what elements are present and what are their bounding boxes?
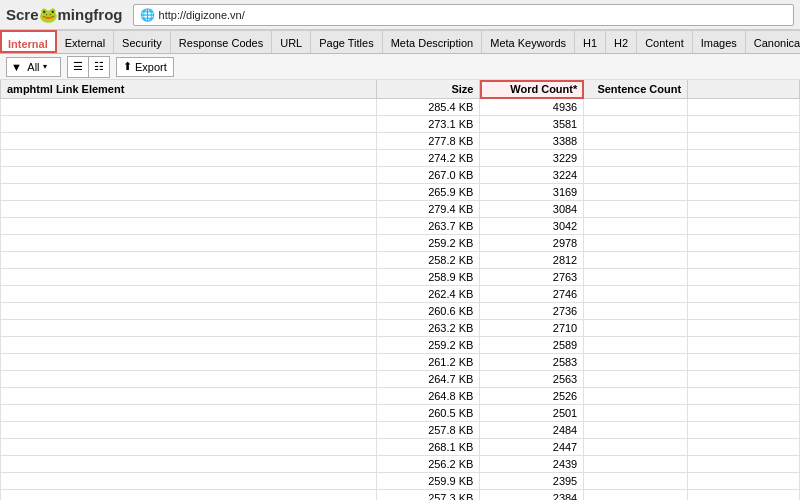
tab-canonicals[interactable]: Canonicals: [746, 30, 800, 53]
cell-word-count: 2484: [480, 422, 584, 439]
export-label: Export: [135, 61, 167, 73]
table-body: 285.4 KB 4936 273.1 KB 3581 277.8 KB 338…: [1, 99, 800, 501]
table-row: 258.9 KB 2763: [1, 269, 800, 286]
cell-word-count: 3169: [480, 184, 584, 201]
tab-h2[interactable]: H2: [606, 30, 637, 53]
cell-word-count: 2589: [480, 337, 584, 354]
cell-size: 273.1 KB: [376, 116, 480, 133]
cell-word-count: 3084: [480, 201, 584, 218]
cell-link: [1, 490, 377, 501]
list-view-button[interactable]: ☰: [68, 57, 89, 77]
filter-icon: ▼: [11, 61, 24, 73]
col-header-word-count[interactable]: Word Count*: [480, 80, 584, 99]
table-row: 256.2 KB 2439: [1, 456, 800, 473]
globe-icon: 🌐: [140, 8, 155, 22]
table-row: 264.7 KB 2563: [1, 371, 800, 388]
tab-response-codes[interactable]: Response Codes: [171, 30, 272, 53]
table-row: 257.3 KB 2384: [1, 490, 800, 501]
cell-word-count: 3224: [480, 167, 584, 184]
cell-extra: [688, 218, 800, 235]
cell-word-count: 2501: [480, 405, 584, 422]
grid-view-button[interactable]: ☷: [89, 57, 109, 77]
cell-link: [1, 99, 377, 116]
tab-external[interactable]: External: [57, 30, 114, 53]
cell-size: 277.8 KB: [376, 133, 480, 150]
cell-link: [1, 218, 377, 235]
cell-size: 256.2 KB: [376, 456, 480, 473]
data-table: amphtml Link Element Size Word Count* Se…: [0, 80, 800, 500]
cell-sentence-count: [584, 235, 688, 252]
cell-word-count: 3581: [480, 116, 584, 133]
col-header-sentence-count[interactable]: Sentence Count: [584, 80, 688, 99]
tab-meta-description[interactable]: Meta Description: [383, 30, 483, 53]
cell-sentence-count: [584, 320, 688, 337]
cell-link: [1, 473, 377, 490]
cell-extra: [688, 473, 800, 490]
cell-size: 267.0 KB: [376, 167, 480, 184]
cell-link: [1, 252, 377, 269]
table-row: 259.2 KB 2978: [1, 235, 800, 252]
cell-size: 258.2 KB: [376, 252, 480, 269]
cell-extra: [688, 303, 800, 320]
table-row: 259.2 KB 2589: [1, 337, 800, 354]
filter-dropdown[interactable]: ▼ All ▾: [6, 57, 61, 77]
table-row: 260.5 KB 2501: [1, 405, 800, 422]
tab-images[interactable]: Images: [693, 30, 746, 53]
cell-link: [1, 184, 377, 201]
cell-sentence-count: [584, 252, 688, 269]
toolbar: ▼ All ▾ ☰ ☷ ⬆ Export: [0, 54, 800, 80]
cell-link: [1, 286, 377, 303]
cell-extra: [688, 439, 800, 456]
col-header-link[interactable]: amphtml Link Element: [1, 80, 377, 99]
table-row: 274.2 KB 3229: [1, 150, 800, 167]
nav-tabs: Internal External Security Response Code…: [0, 30, 800, 54]
cell-size: 262.4 KB: [376, 286, 480, 303]
dropdown-arrow: ▾: [43, 62, 56, 71]
cell-extra: [688, 371, 800, 388]
cell-word-count: 4936: [480, 99, 584, 116]
table-row: 262.4 KB 2746: [1, 286, 800, 303]
tab-content[interactable]: Content: [637, 30, 693, 53]
app-header: Scre 🐸 mingfrog 🌐: [0, 0, 800, 30]
export-button[interactable]: ⬆ Export: [116, 57, 174, 77]
cell-extra: [688, 184, 800, 201]
cell-link: [1, 337, 377, 354]
tab-security[interactable]: Security: [114, 30, 171, 53]
cell-size: 268.1 KB: [376, 439, 480, 456]
cell-size: 259.9 KB: [376, 473, 480, 490]
cell-link: [1, 388, 377, 405]
cell-link: [1, 235, 377, 252]
table-row: 258.2 KB 2812: [1, 252, 800, 269]
col-header-size[interactable]: Size: [376, 80, 480, 99]
cell-size: 264.7 KB: [376, 371, 480, 388]
table-row: 268.1 KB 2447: [1, 439, 800, 456]
app-logo: Scre 🐸 mingfrog: [6, 6, 123, 24]
tab-url[interactable]: URL: [272, 30, 311, 53]
cell-extra: [688, 167, 800, 184]
url-input[interactable]: [159, 9, 787, 21]
cell-word-count: 2812: [480, 252, 584, 269]
table-row: 279.4 KB 3084: [1, 201, 800, 218]
cell-word-count: 2763: [480, 269, 584, 286]
table-row: 257.8 KB 2484: [1, 422, 800, 439]
cell-extra: [688, 490, 800, 501]
tab-meta-keywords[interactable]: Meta Keywords: [482, 30, 575, 53]
cell-extra: [688, 235, 800, 252]
table-row: 277.8 KB 3388: [1, 133, 800, 150]
url-bar[interactable]: 🌐: [133, 4, 794, 26]
logo-text: Scre: [6, 6, 39, 23]
frog-icon: 🐸: [39, 6, 58, 24]
cell-extra: [688, 456, 800, 473]
cell-sentence-count: [584, 303, 688, 320]
table-row: 263.2 KB 2710: [1, 320, 800, 337]
cell-word-count: 2384: [480, 490, 584, 501]
cell-link: [1, 303, 377, 320]
cell-sentence-count: [584, 337, 688, 354]
cell-link: [1, 456, 377, 473]
tab-internal[interactable]: Internal: [0, 30, 57, 53]
tab-page-titles[interactable]: Page Titles: [311, 30, 382, 53]
cell-extra: [688, 252, 800, 269]
tab-h1[interactable]: H1: [575, 30, 606, 53]
cell-size: 261.2 KB: [376, 354, 480, 371]
cell-sentence-count: [584, 116, 688, 133]
